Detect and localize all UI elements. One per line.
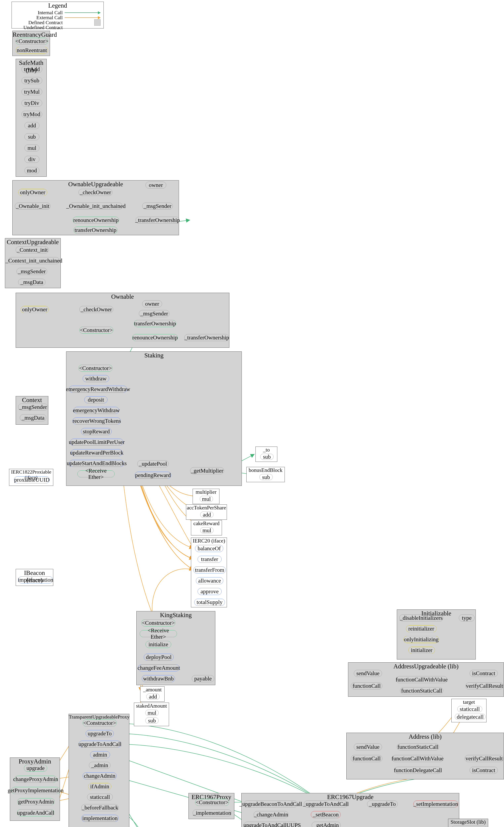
node-sm-trymul: tryMul <box>21 88 42 95</box>
node-tup-staticcall: staticcall <box>87 793 113 800</box>
node-st-emergencywithdraw: emergencyWithdraw <box>73 407 119 414</box>
op2: sub <box>145 718 159 724</box>
node-rg-nonreentrant: nonReentrant <box>16 47 48 54</box>
node-ou-init-unchained: _Ownable_init_unchained <box>69 203 122 209</box>
op: add <box>146 693 160 700</box>
node-eu-toandcalluups: _upgradeToAndCallUUPS <box>244 822 298 827</box>
lbl: cakeReward <box>191 520 222 527</box>
title: StorageSlot (lib) <box>448 819 488 825</box>
legend-undefined: Undefined Contract <box>15 25 65 30</box>
node-tup-_admin: _admin <box>89 762 110 769</box>
title: Staking <box>66 352 242 359</box>
op: mul <box>200 527 213 533</box>
node-ks-receive: <Receive Ether> <box>140 630 177 637</box>
node-ierc20-totalsupply: totalSupply <box>194 599 225 606</box>
title: Context <box>16 396 48 403</box>
node-tup-ifadmin: ifAdmin <box>88 783 111 790</box>
node-ks-initialize: initialize <box>146 641 171 648</box>
node-ad-fcall: functionCall <box>351 755 382 762</box>
node-sm-div: div <box>24 156 39 163</box>
node-st-pending: pendingReward <box>135 472 171 479</box>
node-ks-payable: payable <box>192 675 214 682</box>
node-eu-toandcall: _upgradeToAndCall <box>304 800 348 808</box>
node-eu-setimpl: _setImplementation <box>413 800 458 808</box>
node-ks-deploypool: deployPool <box>144 654 173 661</box>
op: sub <box>259 474 273 480</box>
op: sub <box>260 454 273 460</box>
lbl: multiplier <box>193 489 219 495</box>
node-ierc20-tfrom: transferFrom <box>194 567 226 574</box>
node-cu-init-unchained: _Context_init_unchained <box>8 257 59 264</box>
node-ow-owner: owner <box>142 300 162 307</box>
box-multiplier: multiplier mul <box>193 489 219 504</box>
node-sm-add: add <box>24 122 39 129</box>
title: Ownable <box>16 293 229 300</box>
op: add <box>200 512 213 518</box>
node-ou-msgsender: _msgSender <box>142 203 173 209</box>
node-ctx-msgdata: _msgData <box>20 414 46 421</box>
node-ks-withdrawbnb: withdrawBnb <box>142 675 175 682</box>
node-ierc20-allowance: allowance <box>196 577 223 584</box>
node-pa-getproxyadmin: getProxyAdmin <box>17 798 55 805</box>
legend-title: Legend <box>12 2 103 9</box>
node-e1967p-impl: _implementation <box>193 810 232 816</box>
lbl: accTokenPerShare <box>186 505 227 511</box>
box-acctoken: accTokenPerShare add <box>186 504 227 520</box>
legend-external: External Call <box>15 15 65 20</box>
node-ow-ctor: <Constructor> <box>80 327 113 334</box>
node-cu-msgsender: _msgSender <box>16 268 47 275</box>
node-ks-ctor: <Constructor> <box>141 620 175 626</box>
node-init-initializer: initializer <box>408 647 435 654</box>
legend-internal: Internal Call <box>15 10 65 15</box>
legend-defined: Defined Contract <box>15 20 65 25</box>
node-au-fsc: functionStaticCall <box>400 687 443 694</box>
node-tup-implementation: implementation <box>81 815 118 822</box>
op2: delegatecall <box>455 714 486 720</box>
node-e1967p-ctor: <Constructor> <box>195 799 229 806</box>
lbl: stakedAmount <box>134 703 169 709</box>
node-ou-ownable-init: _Ownable_init <box>15 203 50 209</box>
node-au-fcvalue: functionCallWithValue <box>396 676 447 683</box>
node-ierc1822-proxiable: proxiableUUID <box>14 476 50 483</box>
node-cu-init: _Context_init <box>16 246 49 253</box>
op: mul <box>200 496 213 502</box>
box-to: _to sub <box>255 447 277 462</box>
node-st-emergencyreward: emergencyRewardWithdraw <box>69 386 127 393</box>
node-au-fcall: functionCall <box>351 682 382 689</box>
node-st-deposit: deposit <box>84 396 107 403</box>
node-pa-upgradeandcall: upgradeAndCall <box>17 809 54 816</box>
title: ContextUpgradeable <box>5 238 60 246</box>
lbl: _to <box>256 447 277 453</box>
node-rg-ctor: <Constructor> <box>16 38 48 45</box>
node-eu-setbeacon: _setBeacon <box>311 811 341 818</box>
node-ow-msgsender: _msgSender <box>139 310 169 317</box>
node-pa-upgrade: upgrade <box>24 765 47 772</box>
title: ReentrancyGuard <box>12 31 50 38</box>
node-ad-iscontract: isContract <box>470 767 498 774</box>
node-ad-fdcall: functionDelegateCall <box>394 767 442 774</box>
node-st-stopreward: stopReward <box>81 428 112 435</box>
lbl: bonusEndBlock <box>247 467 285 473</box>
lbl: target <box>452 699 486 705</box>
node-ow-renounce: renounceOwnership <box>132 334 178 341</box>
node-st-receive: <Receive Ether> <box>78 471 114 477</box>
node-ibeacon-impl: implementation <box>18 576 53 583</box>
node-st-updatepoollimit: updatePoolLimitPerUser <box>70 439 123 446</box>
node-ou-checkowner: _checkOwner <box>79 189 112 196</box>
node-tup-upgradeandcall: upgradeToAndCall <box>79 741 121 747</box>
node-eu-beacon: _upgradeBeaconToAndCall <box>244 800 298 808</box>
node-ierc20-transfer: transfer <box>198 556 221 563</box>
node-ad-fcvalue: functionCallWithValue <box>392 755 443 762</box>
node-ks-changefee: changeFeeAmount <box>138 665 180 671</box>
node-init-only: onlyInitializing <box>403 636 439 643</box>
title: ERC1967Upgrade <box>242 793 459 800</box>
node-st-updatereward: updateRewardPerBlock <box>71 449 122 456</box>
node-eu-getadmin: _getAdmin <box>312 822 341 827</box>
lbl: _amount <box>140 687 164 693</box>
node-st-getmultiplier: _getMultiplier <box>190 467 224 474</box>
node-tup-admin: admin <box>90 751 110 758</box>
node-ou-renounce: renounceOwnership <box>73 217 119 224</box>
node-au-sendvalue: sendValue <box>354 670 382 677</box>
node-au-verify: verifyCallResult <box>465 682 504 689</box>
node-st-updatestartend: updateStartAndEndBlocks <box>69 460 124 467</box>
